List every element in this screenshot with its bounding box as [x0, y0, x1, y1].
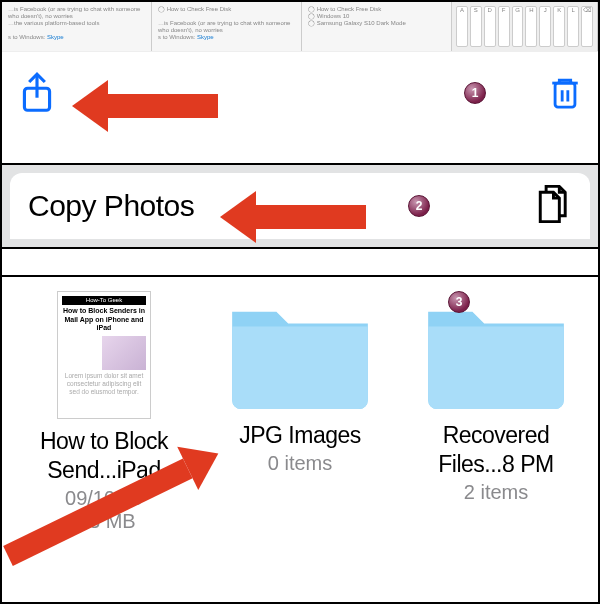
documents-icon [532, 182, 572, 226]
step1-panel: …is Facebook (or are trying to chat with… [2, 2, 598, 137]
callout-badge-3: 3 [448, 291, 470, 313]
callout-arrow-1 [72, 80, 218, 132]
share-button[interactable] [18, 71, 56, 119]
doc-headline: How to Block Senders in Mail App on iPho… [62, 307, 146, 332]
doc-image-icon [102, 336, 146, 370]
thumb-link: Skype [47, 34, 64, 40]
folder-item-recovered[interactable]: RecoveredFiles...8 PM 2 items [404, 291, 588, 533]
thumb-safari-1[interactable]: …is Facebook (or are trying to chat with… [2, 2, 152, 51]
app-switcher-thumbs: …is Facebook (or are trying to chat with… [2, 2, 598, 52]
folder-name: JPG Images [239, 421, 361, 450]
callout-badge-2: 2 [408, 195, 430, 217]
folder-item-jpg[interactable]: JPG Images 0 items [208, 291, 392, 533]
action-toolbar: 1 [2, 52, 598, 137]
thumb-text: How to Check Free Disk [167, 6, 232, 12]
copy-photos-row[interactable]: Copy Photos 2 [10, 173, 590, 239]
thumb-text: s to Windows: [158, 34, 195, 40]
doc-brand: How-To Geek [62, 296, 146, 305]
document-thumbnail: How-To Geek How to Block Senders in Mail… [57, 291, 151, 419]
thumb-text: Samsung Galaxy S10 Dark Mode [317, 20, 406, 26]
thumb-text: …is Facebook (or are trying to chat with… [158, 20, 290, 33]
trash-icon [548, 73, 582, 113]
callout-arrow-2 [220, 191, 366, 243]
thumb-link: Skype [197, 34, 214, 40]
thumb-safari-3[interactable]: ◯ How to Check Free Disk ◯ Windows 10 ◯ … [302, 2, 452, 51]
folder-icon [421, 291, 571, 413]
thumb-text: …is Facebook (or are trying to chat with… [8, 6, 140, 19]
folder-count: 0 items [268, 452, 332, 475]
copy-photos-label: Copy Photos [28, 189, 194, 223]
folder-count: 2 items [464, 481, 528, 504]
delete-button[interactable] [548, 73, 582, 117]
step2-panel: Copy Photos 2 [2, 163, 598, 249]
copy-icon-wrap [532, 182, 572, 230]
folder-icon [225, 291, 375, 413]
share-icon [18, 71, 56, 115]
thumb-text: How to Check Free Disk [317, 6, 382, 12]
thumb-text: Windows 10 [317, 13, 350, 19]
thumb-text: s to Windows: [8, 34, 45, 40]
callout-badge-1: 1 [464, 82, 486, 104]
thumb-text: …the various platform-based tools [8, 20, 99, 26]
thumb-safari-2[interactable]: ◯ How to Check Free Disk …is Facebook (o… [152, 2, 302, 51]
thumb-keyboard[interactable]: ASDFGHJKL⌫ [452, 2, 598, 51]
folder-name: RecoveredFiles...8 PM [438, 421, 553, 479]
svg-rect-1 [555, 83, 575, 107]
step3-panel: How-To Geek How to Block Senders in Mail… [2, 275, 598, 602]
